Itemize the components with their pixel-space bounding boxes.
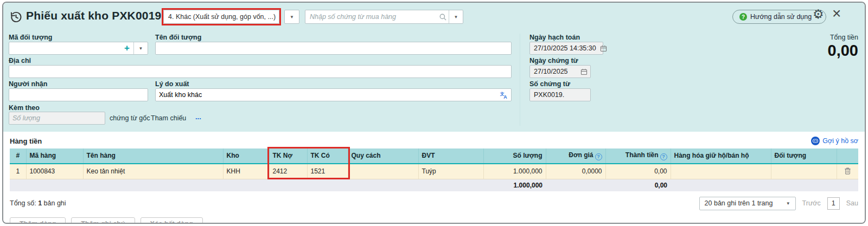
col-quy-cach[interactable]: Quy cách [348,148,418,164]
cell-so-luong[interactable]: 1.000,000 [483,164,546,179]
col-thanh-tien[interactable]: Thành tiền? [605,148,671,164]
record-count-value: 1 [38,199,42,207]
page-size-dropdown[interactable]: 20 bản ghi trên 1 trang ▼ [699,197,796,210]
svg-text:A: A [503,94,507,99]
items-table: # Mã hàng Tên hàng Kho TK Nợ TK Có Quy c… [10,148,858,191]
kem-theo-input[interactable] [9,112,105,125]
search-input[interactable] [305,13,437,21]
cell-dvt[interactable]: Tuýp [418,164,483,179]
cell-thanh-tien[interactable]: 0,00 [605,164,671,179]
ngay-hach-toan-value: 27/10/2025 14:35:30 [530,44,600,52]
close-icon[interactable]: × [832,6,841,21]
table-header-row: # Mã hàng Tên hàng Kho TK Nợ TK Có Quy c… [10,148,858,164]
next-page-button[interactable]: Sau [846,199,858,207]
search-icon[interactable] [437,13,449,21]
so-chung-tu-label: Số chứng từ [529,80,570,88]
kem-theo-label: Kèm theo [9,104,40,112]
ngay-hach-toan-field[interactable]: 27/10/2025 14:35:30 [529,42,603,55]
col-dvt-label: ĐVT [422,152,435,159]
dia-chi-label: Địa chỉ [9,57,31,64]
cell-kho[interactable]: KHH [223,164,269,179]
ngay-chung-tu-value: 27/10/2025 [530,68,577,75]
totals-thanh-tien: 0,00 [605,179,671,191]
translate-icon[interactable]: 文 A [497,91,511,99]
col-ten-hang[interactable]: Tên hàng [83,148,223,164]
ngay-chung-tu-label: Ngày chứng từ [529,57,578,64]
col-tk-no[interactable]: TK Nợ [269,148,307,164]
ly-do-xuat-input[interactable] [156,91,497,99]
ten-doi-tuong-input[interactable] [155,42,512,55]
help-circle-icon: ? [739,13,747,21]
gear-icon[interactable]: ⚙ [813,8,824,21]
prev-page-button[interactable]: Trước [802,199,821,207]
history-icon[interactable] [10,11,22,23]
cell-doi-tuong[interactable] [771,164,837,179]
purchase-voucher-search: ▼ [305,10,463,24]
table-section-header: Hàng tiền Gợi ý hồ sơ [3,132,865,148]
ma-doi-tuong-input[interactable] [9,44,120,52]
col-don-gia[interactable]: Đơn giá? [546,148,605,164]
calendar-icon[interactable] [600,45,607,52]
col-stt[interactable]: # [10,148,26,164]
tham-chieu-label: Tham chiếu [151,114,186,122]
voucher-type-dropdown[interactable]: 4. Khác (Xuất sử dụng, góp vốn, ...) [163,10,279,24]
ngay-chung-tu-field[interactable]: 27/10/2025 [529,65,591,78]
col-dvt[interactable]: ĐVT [418,148,483,164]
col-so-luong[interactable]: Số lượng [483,148,546,164]
col-kho[interactable]: Kho [223,148,269,164]
add-row-button[interactable]: Thêm dòng [10,217,66,224]
user-guide-label: Hướng dẫn sử dụng [750,13,812,21]
chevron-down-icon: ▼ [786,201,790,206]
nguoi-nhan-label: Người nhận [9,80,47,88]
chevron-down-icon: ▼ [139,46,143,51]
record-count-text: Tổng số: 1 bản ghi [10,199,66,207]
highlight-box-voucher-type: 4. Khác (Xuất sử dụng, góp vốn, ...) [162,8,281,25]
col-doi-tuong[interactable]: Đối tượng [771,148,837,164]
col-ten-hang-label: Tên hàng [87,152,116,159]
delete-all-rows-button[interactable]: Xóa hết dòng [141,217,203,224]
chevron-down-icon: ▼ [290,15,294,20]
calendar-icon[interactable] [577,68,590,75]
cell-quy-cach[interactable] [348,164,418,179]
add-object-icon[interactable]: + [120,43,133,54]
trash-icon[interactable] [844,167,851,175]
cell-ma-hang[interactable]: 1000843 [26,164,83,179]
add-note-button[interactable]: Thêm ghi chú [71,217,135,224]
totals-spacer [671,179,858,191]
search-dropdown-arrow[interactable]: ▼ [449,10,463,23]
col-quy-cach-label: Quy cách [352,152,381,159]
thanh-tien-help-icon[interactable]: ? [660,153,667,160]
col-ma-hang[interactable]: Mã hàng [26,148,83,164]
goi-y-ho-so-link[interactable]: Gợi ý hồ sơ [811,137,858,145]
ma-doi-tuong-field: + ▼ [9,42,148,55]
col-so-luong-label: Số lượng [513,152,542,159]
cell-ten-hang[interactable]: Keo tản nhiệt [83,164,223,179]
cell-stt[interactable]: 1 [10,164,26,179]
col-doi-tuong-label: Đối tượng [775,152,807,159]
goi-y-ho-so-label: Gợi ý hồ sơ [822,137,858,145]
table-action-buttons: Thêm dòng Thêm ghi chú Xóa hết dòng [10,217,858,224]
tham-chieu-more-link[interactable]: ... [195,113,201,121]
so-chung-tu-value: PXK0019. [530,91,590,99]
col-tk-co[interactable]: TK Có [307,148,348,164]
ly-do-xuat-label: Lý do xuất [155,80,189,88]
col-tk-no-label: TK Nợ [273,152,293,159]
voucher-type-dropdown-arrow[interactable]: ▼ [284,10,299,24]
current-page-box[interactable]: 1 [827,197,840,210]
record-count-suffix: bản ghi [44,199,66,207]
ma-doi-tuong-dropdown-arrow[interactable]: ▼ [133,42,148,54]
tong-tien-label: Tổng tiền [830,34,858,41]
cell-tk-no[interactable]: 2412 [269,164,307,179]
so-chung-tu-field[interactable]: PXK0019. [529,88,591,101]
cell-don-gia[interactable]: 0,0000 [546,164,605,179]
col-stt-label: # [16,152,20,159]
nguoi-nhan-input[interactable] [9,88,148,101]
cell-giu-ho[interactable] [671,164,771,179]
pagination: 20 bản ghi trên 1 trang ▼ Trước 1 Sau [699,197,858,210]
don-gia-help-icon[interactable]: ? [595,153,602,160]
dia-chi-input[interactable] [9,65,512,78]
page-size-label: 20 bản ghi trên 1 trang [705,199,773,207]
col-giu-ho[interactable]: Hàng hóa giữ hộ/bán hộ [671,148,771,164]
cell-tk-co[interactable]: 1521 [307,164,348,179]
col-tk-co-label: TK Có [311,152,330,159]
